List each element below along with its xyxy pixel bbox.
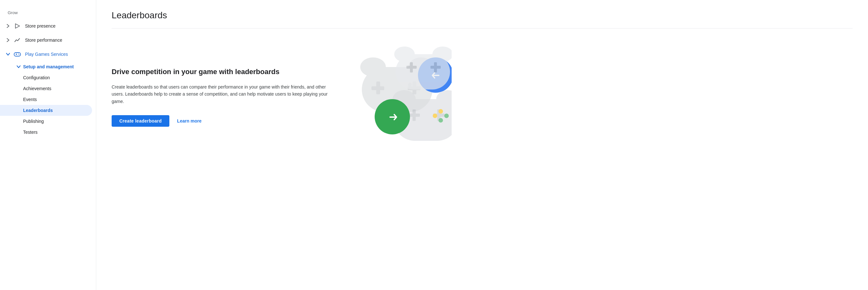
sidebar-sub-item-label: Setup and management bbox=[23, 64, 74, 69]
section-description: Create leaderboards so that users can co… bbox=[112, 84, 330, 105]
sidebar-sub-sub-item-leaderboards[interactable]: Leaderboards bbox=[0, 105, 92, 116]
sidebar-sub-sub-item-achievements[interactable]: Achievements bbox=[0, 83, 92, 94]
testers-label: Testers bbox=[23, 130, 37, 135]
svg-rect-9 bbox=[371, 86, 384, 90]
svg-point-3 bbox=[18, 54, 19, 54]
svg-point-24 bbox=[433, 114, 437, 118]
chevron-down-icon bbox=[5, 51, 11, 57]
configuration-label: Configuration bbox=[23, 75, 50, 80]
illustration-svg bbox=[343, 41, 452, 151]
section-heading: Drive competition in your game with lead… bbox=[112, 67, 330, 77]
events-label: Events bbox=[23, 97, 37, 102]
content-area: Drive competition in your game with lead… bbox=[112, 41, 852, 151]
page-divider bbox=[112, 28, 852, 29]
sidebar-section-label: Grow bbox=[0, 8, 96, 19]
svg-rect-0 bbox=[14, 53, 21, 56]
achievements-label: Achievements bbox=[23, 86, 51, 91]
svg-point-26 bbox=[394, 46, 415, 62]
chevron-right-icon bbox=[5, 23, 11, 29]
learn-more-link[interactable]: Learn more bbox=[177, 118, 202, 124]
chevron-right-icon-perf bbox=[5, 37, 11, 43]
gamepad-icon bbox=[13, 51, 21, 58]
svg-rect-18 bbox=[408, 114, 420, 117]
svg-rect-29 bbox=[406, 66, 417, 69]
svg-point-22 bbox=[444, 114, 449, 118]
sidebar-item-label-store-presence: Store presence bbox=[25, 24, 56, 29]
game-illustration bbox=[343, 41, 452, 151]
sidebar-item-store-presence[interactable]: Store presence bbox=[0, 19, 92, 33]
sidebar-sub-sub-item-events[interactable]: Events bbox=[0, 94, 92, 105]
sidebar-item-store-performance[interactable]: Store performance bbox=[0, 33, 92, 47]
sidebar-sub-sub-item-testers[interactable]: Testers bbox=[0, 127, 92, 138]
main-content: Leaderboards Drive competition in your g… bbox=[96, 0, 868, 290]
svg-point-4 bbox=[19, 54, 20, 55]
sidebar-item-label-store-performance: Store performance bbox=[25, 37, 62, 43]
svg-point-23 bbox=[438, 118, 443, 123]
trend-icon bbox=[13, 36, 21, 44]
sidebar-item-label-play-games: Play Games Services bbox=[25, 52, 68, 57]
text-section: Drive competition in your game with lead… bbox=[112, 41, 330, 127]
publishing-label: Publishing bbox=[23, 119, 44, 124]
page-title: Leaderboards bbox=[112, 10, 852, 21]
sidebar-item-play-games-services[interactable]: Play Games Services bbox=[0, 47, 92, 61]
svg-point-6 bbox=[360, 57, 386, 77]
play-triangle-icon bbox=[13, 22, 21, 30]
svg-rect-31 bbox=[431, 66, 441, 69]
leaderboards-label: Leaderboards bbox=[23, 108, 53, 113]
create-leaderboard-button[interactable]: Create leaderboard bbox=[112, 115, 169, 127]
svg-point-21 bbox=[438, 109, 443, 114]
sidebar-sub-sub-item-publishing[interactable]: Publishing bbox=[0, 116, 92, 127]
actions-bar: Create leaderboard Learn more bbox=[112, 115, 330, 127]
sidebar: Grow Store presence Store performance bbox=[0, 0, 96, 290]
chevron-down-icon-setup bbox=[17, 64, 21, 69]
sidebar-sub-sub-item-configuration[interactable]: Configuration bbox=[0, 72, 92, 83]
sidebar-sub-item-setup-management[interactable]: Setup and management bbox=[0, 61, 92, 72]
